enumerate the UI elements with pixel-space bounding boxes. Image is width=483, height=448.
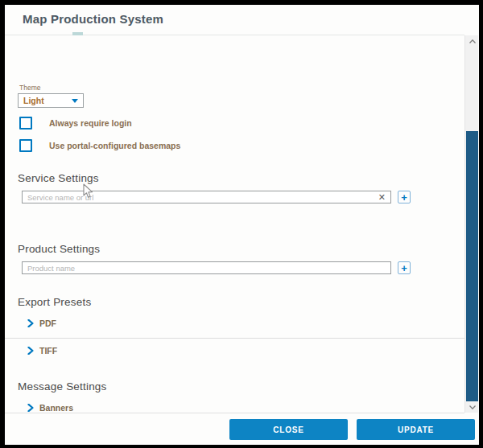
export-presets-heading: Export Presets [18, 296, 91, 308]
use-portal-basemaps-row: Use portal-configured basemaps [19, 139, 180, 152]
preset-label: TIFF [39, 346, 57, 356]
message-settings-heading: Message Settings [18, 380, 107, 393]
settings-scroll-area: Theme Light Always require login Use por… [5, 35, 464, 413]
use-portal-basemaps-checkbox[interactable] [19, 139, 32, 152]
plus-icon: + [401, 263, 407, 273]
banners-expander[interactable]: Banners [27, 403, 73, 413]
preset-label: PDF [39, 319, 56, 328]
vertical-scrollbar[interactable] [464, 35, 478, 413]
theme-label: Theme [19, 84, 40, 92]
checkbox-label: Use portal-configured basemaps [49, 141, 180, 150]
preset-divider [5, 338, 464, 339]
product-name-field-wrap [22, 261, 391, 274]
scrollbar-thumb[interactable] [466, 131, 478, 401]
service-name-input[interactable] [26, 192, 377, 203]
theme-select[interactable]: Light [18, 93, 84, 108]
chevron-right-icon [27, 347, 34, 355]
preset-tiff-expander[interactable]: TIFF [27, 346, 57, 356]
add-service-button[interactable]: + [398, 191, 411, 203]
always-require-login-checkbox[interactable] [19, 117, 32, 129]
product-name-input[interactable] [26, 263, 387, 273]
map-production-system-dialog: Map Production System Theme Light Always… [5, 5, 479, 445]
chevron-down-icon [72, 99, 78, 103]
service-name-field-wrap: ✕ [22, 191, 391, 203]
chevron-right-icon [27, 404, 34, 412]
chevron-right-icon [27, 319, 34, 327]
theme-selected-value: Light [23, 96, 44, 105]
product-settings-heading: Product Settings [18, 243, 100, 255]
preset-pdf-expander[interactable]: PDF [27, 319, 56, 328]
scroll-down-icon[interactable] [465, 401, 479, 413]
page-title: Map Production System [23, 12, 163, 26]
banners-label: Banners [39, 403, 73, 413]
clear-x-icon[interactable]: ✕ [377, 193, 387, 202]
service-settings-heading: Service Settings [18, 172, 99, 184]
always-require-login-row: Always require login [19, 117, 132, 129]
checkbox-label: Always require login [49, 118, 132, 128]
scroll-up-icon[interactable] [465, 35, 479, 47]
plus-icon: + [401, 192, 407, 203]
add-product-button[interactable]: + [398, 261, 411, 274]
close-button[interactable]: CLOSE [229, 419, 348, 440]
update-button[interactable]: UPDATE [357, 419, 475, 440]
